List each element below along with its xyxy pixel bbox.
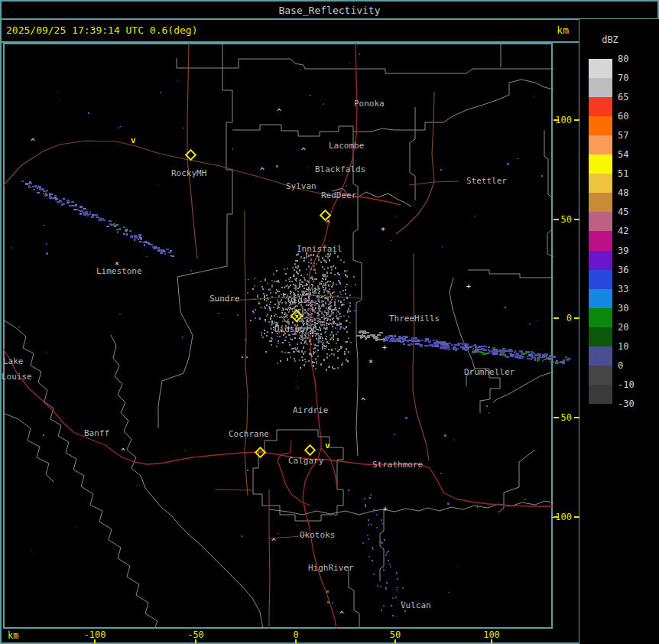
map-symbol-icon: *: [115, 262, 119, 268]
colorbar-tick-label: 54: [618, 149, 648, 160]
city-label-strathmore: Strathmore: [372, 460, 423, 470]
colorbar-swatch: [589, 78, 612, 98]
title-bar: Base_Reflectivity: [0, 2, 659, 18]
city-label-sylvan: Sylvan: [286, 181, 317, 192]
bottom-axis: km -100-50050100: [0, 629, 579, 644]
bottom-axis-tick: [195, 639, 196, 643]
city-label-lake: Lake: [3, 356, 24, 367]
bottom-axis-tick: [295, 639, 297, 643]
right-axis-tick: [574, 219, 579, 220]
colorbar-tick-label: 65: [618, 92, 648, 102]
right-axis-tick: [553, 417, 559, 418]
map-symbol-icon: ^: [277, 109, 281, 115]
bottom-axis-tick: [491, 639, 492, 643]
city-label-olds: Olds: [287, 295, 308, 306]
colorbar-swatch: [589, 270, 612, 290]
colorbar-tick-label: -10: [618, 379, 648, 390]
right-axis-tick: [574, 119, 579, 121]
city-label-louise: Louise: [2, 372, 32, 382]
right-axis-tick: [574, 417, 579, 418]
map-symbol-icon: +: [383, 506, 388, 512]
colorbar-swatch: [589, 212, 612, 232]
colorbar-tick-label: 0: [618, 360, 648, 371]
colorbar-panel: dBZ 807065605754514845423936333020100-10…: [579, 19, 659, 644]
city-label-innisfail: Innisfail: [297, 244, 342, 255]
check-marker-icon: v: [325, 442, 330, 450]
colorbar-swatch: [589, 135, 612, 155]
map-symbol-icon: ^: [31, 138, 35, 145]
colorbar-tick-label: 80: [618, 54, 648, 64]
right-axis-unit-label: km: [557, 24, 569, 36]
colorbar-swatch: [589, 251, 612, 271]
map-symbol-icon: ^: [361, 398, 365, 405]
colorbar-swatch: [589, 289, 612, 309]
right-axis: 100500-50-100: [535, 43, 579, 629]
city-label-cochrane: Cochrane: [229, 429, 269, 440]
map-symbol-icon: ^: [339, 611, 344, 618]
map-symbol-icon: ··: [240, 354, 249, 361]
colorbar-swatch: [589, 231, 612, 251]
colorbar-tick-label: 70: [618, 73, 648, 83]
colorbar-tick-label: 57: [618, 130, 648, 141]
colorbar-swatch: [589, 97, 612, 117]
city-label-stettler: Stettler: [466, 176, 507, 187]
radar-map-canvas[interactable]: PonokaLacombeBlackfaldsSylvanRedDeerStet…: [3, 43, 553, 629]
city-label-blackfalds: Blackfalds: [315, 164, 365, 175]
colorbar-tick-label: 10: [618, 341, 648, 352]
colorbar-swatch: [589, 385, 612, 405]
divider: [0, 0, 2, 644]
city-label-lacombe: Lacombe: [329, 141, 364, 151]
colorbar-swatch: [589, 327, 612, 347]
city-label-banff: Banff: [84, 428, 109, 439]
colorbar-tick-label: 51: [618, 168, 648, 179]
right-axis-tick: [574, 317, 579, 319]
map-symbol-icon: +: [466, 283, 471, 290]
bottom-axis-tick-label: 0: [293, 629, 298, 640]
bottom-axis-tick-label: 50: [390, 629, 401, 640]
colorbar-tick-label: 45: [618, 207, 648, 217]
colorbar-tick-label: 48: [618, 187, 648, 198]
bottom-axis-tick: [94, 639, 96, 643]
station-marker-icon: [185, 149, 197, 161]
colorbar-unit-label: dBZ: [579, 34, 641, 45]
map-symbol-icon: ^: [301, 148, 306, 154]
right-axis-tick: [553, 317, 559, 319]
colorbar-tick-label: -30: [618, 398, 648, 409]
right-axis-tick: [553, 516, 559, 518]
map-overlay: PonokaLacombeBlackfaldsSylvanRedDeerStet…: [5, 44, 551, 627]
check-marker-icon: v: [131, 137, 136, 145]
map-symbol-icon: *: [381, 227, 385, 234]
colorbar-swatch: [589, 116, 612, 136]
colorbar-swatch: [589, 308, 612, 328]
bottom-axis-tick-label: -100: [84, 629, 106, 640]
colorbar-swatch: [589, 193, 612, 213]
city-label-rockymh: RockyMH: [171, 168, 206, 179]
city-label-threehills: ThreeHills: [389, 314, 440, 324]
city-label-drumheller: Drumheller: [464, 367, 515, 378]
colorbar-swatch: [589, 366, 612, 385]
colorbar-tick-label: 39: [618, 246, 648, 256]
city-label-calgary: Calgary: [288, 456, 323, 467]
map-symbol-icon: +: [382, 344, 387, 351]
city-label-okotoks: Okotoks: [300, 530, 335, 541]
city-label-vulcan: Vulcan: [401, 600, 431, 611]
scan-timestamp: 2025/09/25 17:39:14 UTC 0.6(deg): [6, 24, 197, 36]
colorbar-tick-label: 36: [618, 265, 648, 275]
colorbar-swatch: [589, 154, 612, 174]
station-marker-icon: [255, 447, 267, 459]
map-symbol-icon: *: [368, 359, 373, 366]
colorbar-tick-label: 42: [618, 226, 648, 236]
map-symbol-icon: ^: [271, 538, 276, 545]
map-symbol-icon: ^: [326, 220, 330, 227]
radar-app-window: Base_Reflectivity 2025/09/25 17:39:14 UT…: [0, 0, 659, 644]
map-symbol-icon: ^: [121, 448, 125, 455]
colorbar-tick-label: 20: [618, 322, 648, 333]
colorbar-tick-label: 30: [618, 303, 648, 314]
right-axis-tick: [574, 516, 579, 518]
city-label-highriver: HighRiver: [308, 563, 354, 574]
city-label-sundre: Sundre: [209, 294, 240, 304]
colorbar-swatch: [589, 174, 612, 194]
city-label-ponoka: Ponoka: [354, 99, 385, 109]
app-title: Base_Reflectivity: [278, 5, 380, 16]
bottom-axis-tick-label: -50: [187, 629, 204, 640]
